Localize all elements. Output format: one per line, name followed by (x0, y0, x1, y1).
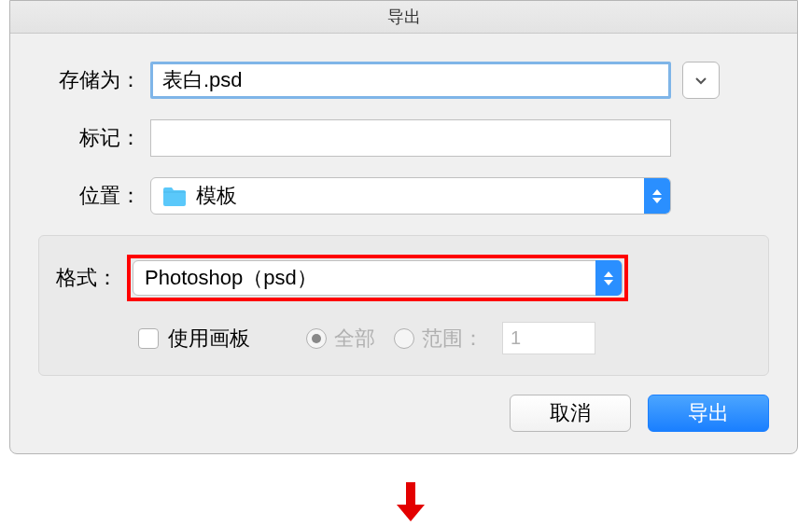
svg-rect-0 (406, 482, 415, 505)
tags-label: 标记： (38, 124, 141, 152)
save-as-row: 存储为： (38, 62, 769, 99)
location-value: 模板 (196, 182, 644, 210)
down-arrow-icon (397, 482, 425, 521)
chevron-down-icon (694, 74, 707, 87)
format-label: 格式： (56, 264, 118, 292)
location-label: 位置： (38, 182, 141, 210)
cancel-button-label: 取消 (550, 399, 591, 427)
location-row: 位置： 模板 (38, 177, 769, 215)
use-artboard-label: 使用画板 (168, 325, 250, 353)
folder-icon (162, 186, 187, 206)
export-button-label: 导出 (688, 399, 729, 427)
format-highlight: Photoshop（psd） (127, 255, 628, 301)
range-input (502, 322, 595, 354)
dialog-titlebar: 导出 (10, 1, 797, 34)
export-dialog: 导出 存储为： 标记： 位置： 模板 (9, 0, 798, 454)
range-all-radio (306, 328, 327, 349)
tags-row: 标记： (38, 119, 769, 157)
format-select[interactable]: Photoshop（psd） (133, 260, 623, 296)
format-panel: 格式： Photoshop（psd） 使用画板 全部 (38, 235, 769, 376)
filename-input[interactable] (150, 62, 671, 99)
select-arrows-icon (595, 260, 622, 296)
select-arrows-icon (644, 178, 670, 214)
save-as-label: 存储为： (38, 66, 141, 94)
dialog-content: 存储为： 标记： 位置： 模板 (10, 34, 797, 453)
expand-button[interactable] (682, 62, 720, 99)
dialog-title: 导出 (387, 6, 421, 28)
cancel-button[interactable]: 取消 (510, 395, 631, 432)
format-value: Photoshop（psd） (145, 264, 595, 292)
location-select[interactable]: 模板 (150, 177, 671, 215)
range-custom-label: 范围： (422, 325, 483, 353)
format-row: 格式： Photoshop（psd） (56, 255, 751, 301)
export-button[interactable]: 导出 (648, 395, 769, 432)
range-custom-radio (394, 328, 414, 349)
range-all-label: 全部 (334, 325, 375, 353)
artboard-options-row: 使用画板 全部 范围： (138, 322, 751, 354)
button-row: 取消 导出 (38, 395, 769, 439)
tags-input[interactable] (150, 119, 671, 157)
use-artboard-checkbox[interactable] (138, 328, 159, 349)
